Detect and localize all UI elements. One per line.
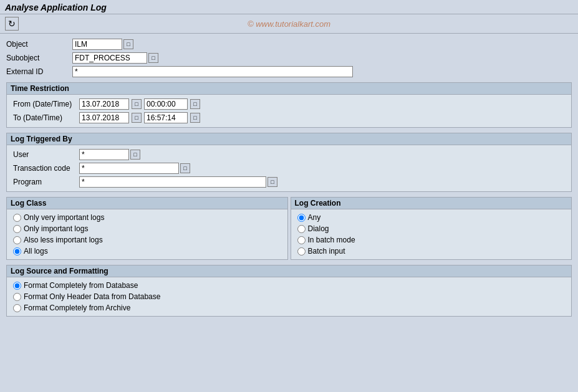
log-class-label-1: Only important logs (24, 224, 88, 233)
from-label: From (Date/Time) (13, 100, 75, 108)
log-class-label-2: Also less important logs (24, 236, 103, 244)
log-creation-option-1: Dialog (297, 224, 566, 233)
log-creation-label-0: Any (308, 213, 321, 222)
log-class-radio-1[interactable] (13, 225, 21, 233)
object-label: Object (6, 40, 69, 49)
log-class-radio-2[interactable] (13, 236, 21, 244)
to-row: To (Date/Time) □ □ (13, 112, 565, 123)
log-class-option-1: Only important logs (13, 224, 281, 233)
log-creation-option-2: In batch mode (297, 236, 566, 244)
log-class-label-0: Only very important logs (24, 213, 104, 222)
program-input-group: □ (79, 176, 277, 188)
object-search-btn[interactable]: □ (123, 39, 133, 49)
log-creation-radio-0[interactable] (297, 214, 306, 222)
subobject-input-group: □ (72, 52, 158, 64)
program-search-btn[interactable]: □ (267, 177, 277, 187)
external-id-label: External ID (6, 67, 69, 76)
log-creation-option-3: Batch input (297, 247, 566, 256)
program-label: Program (13, 178, 75, 186)
log-triggered-header: Log Triggered By (7, 133, 571, 145)
log-class-option-3: All logs (13, 247, 281, 256)
user-label: User (13, 150, 75, 159)
txcode-search-btn[interactable]: □ (180, 163, 190, 173)
to-time-btn[interactable]: □ (190, 113, 200, 123)
log-class-radio-3[interactable] (13, 247, 21, 256)
to-datetime: □ □ (79, 112, 200, 123)
external-id-input[interactable] (72, 66, 353, 77)
log-source-section: Log Source and Formatting Format Complet… (6, 265, 572, 317)
subobject-label: Subobject (6, 54, 69, 62)
log-creation-header: Log Creation (291, 198, 572, 209)
user-input[interactable] (79, 149, 129, 160)
to-date-input[interactable] (79, 112, 129, 123)
log-source-label-1: Format Only Header Data from Database (24, 292, 160, 301)
log-creation-option-0: Any (297, 213, 566, 222)
log-creation-label-3: Batch input (308, 247, 345, 256)
log-creation-label-2: In batch mode (308, 236, 355, 244)
log-class-option-0: Only very important logs (13, 213, 281, 222)
time-restriction-header: Time Restriction (7, 83, 571, 95)
log-source-label-2: Format Completely from Archive (24, 304, 130, 312)
to-date-btn[interactable]: □ (132, 113, 142, 123)
log-creation-body: Any Dialog In batch mode Batch input (291, 209, 572, 259)
from-date-input[interactable] (79, 98, 129, 110)
log-class-radio-0[interactable] (13, 214, 21, 222)
log-source-radio-2[interactable] (13, 304, 21, 312)
txcode-input-group: □ (79, 163, 190, 174)
log-triggered-body: User □ Transaction code □ Program □ (7, 145, 571, 191)
subobject-search-btn[interactable]: □ (148, 53, 158, 63)
user-input-group: □ (79, 149, 140, 160)
log-creation-section: Log Creation Any Dialog In batch mode Ba… (291, 197, 572, 260)
user-search-btn[interactable]: □ (130, 150, 140, 160)
log-creation-radio-2[interactable] (297, 236, 306, 244)
user-row: User □ (13, 149, 565, 160)
subobject-row: Subobject □ (6, 52, 572, 64)
log-source-option-1: Format Only Header Data from Database (13, 292, 565, 301)
object-input[interactable] (72, 39, 122, 50)
log-class-body: Only very important logs Only important … (7, 209, 287, 259)
object-input-group: □ (72, 39, 133, 50)
basic-fields: Object □ Subobject □ External ID (6, 39, 572, 77)
log-source-header: Log Source and Formatting (7, 265, 571, 277)
watermark: © www.tutorialkart.com (248, 19, 330, 29)
log-source-option-0: Format Completely from Database (13, 281, 565, 290)
log-source-body: Format Completely from Database Format O… (7, 277, 571, 316)
title-bar: Analyse Application Log (0, 0, 578, 14)
log-source-radio-1[interactable] (13, 293, 21, 301)
time-restriction-body: From (Date/Time) □ □ To (Date/Time) □ □ (7, 95, 571, 127)
time-restriction-section: Time Restriction From (Date/Time) □ □ To… (6, 82, 572, 128)
log-triggered-section: Log Triggered By User □ Transaction code… (6, 133, 572, 192)
object-row: Object □ (6, 39, 572, 50)
to-label: To (Date/Time) (13, 113, 75, 122)
log-source-radio-0[interactable] (13, 282, 21, 290)
log-class-creation-row: Log Class Only very important logs Only … (6, 197, 572, 265)
from-time-btn[interactable]: □ (190, 99, 200, 109)
to-time-input[interactable] (144, 112, 188, 123)
from-row: From (Date/Time) □ □ (13, 98, 565, 110)
from-date-btn[interactable]: □ (132, 99, 142, 109)
log-creation-radio-3[interactable] (297, 247, 306, 256)
page-title: Analyse Application Log (5, 2, 107, 12)
log-class-label-3: All logs (24, 247, 48, 256)
log-source-option-2: Format Completely from Archive (13, 304, 565, 312)
txcode-input[interactable] (79, 163, 179, 174)
log-class-section: Log Class Only very important logs Only … (6, 197, 288, 260)
txcode-label: Transaction code (13, 164, 75, 173)
log-class-header: Log Class (7, 198, 287, 209)
external-id-row: External ID (6, 66, 572, 77)
txcode-row: Transaction code □ (13, 163, 565, 174)
main-content: Object □ Subobject □ External ID Time Re… (0, 34, 578, 327)
program-row: Program □ (13, 176, 565, 188)
log-creation-label-1: Dialog (308, 224, 329, 233)
refresh-button[interactable]: ↻ (5, 17, 19, 31)
from-datetime: □ □ (79, 98, 200, 110)
log-creation-radio-1[interactable] (297, 225, 306, 233)
log-class-option-2: Also less important logs (13, 236, 281, 244)
toolbar: ↻ © www.tutorialkart.com (0, 14, 578, 34)
log-source-label-0: Format Completely from Database (24, 281, 138, 290)
program-input[interactable] (79, 176, 266, 188)
subobject-input[interactable] (72, 52, 147, 64)
from-time-input[interactable] (144, 98, 188, 110)
